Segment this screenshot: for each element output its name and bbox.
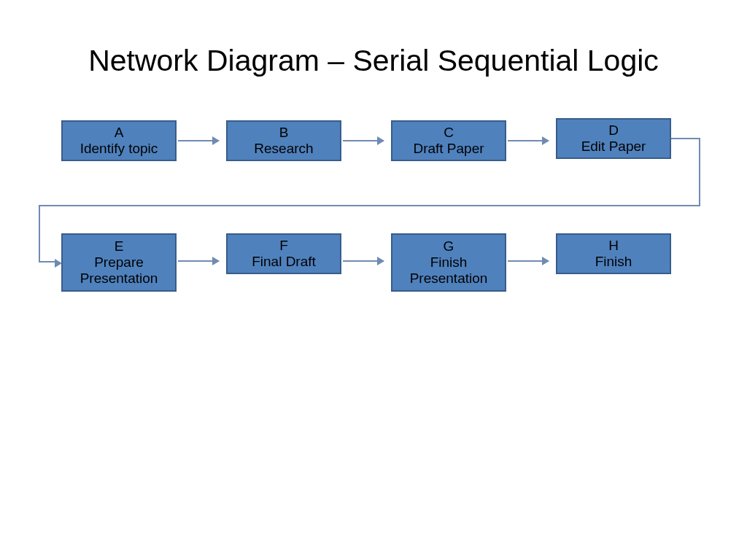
node-a-letter: A — [115, 125, 124, 141]
node-c-letter: C — [444, 125, 454, 141]
connector-d-e-seg4 — [39, 205, 40, 262]
connector-d-e-seg5 — [39, 261, 55, 262]
node-g-label: Finish Presentation — [392, 254, 505, 287]
node-a-label: Identify topic — [80, 141, 158, 157]
node-f-letter: F — [279, 238, 288, 254]
node-d-label: Edit Paper — [581, 139, 646, 155]
node-c: C Draft Paper — [391, 120, 506, 161]
slide-title: Network Diagram – Serial Sequential Logi… — [0, 44, 747, 78]
node-h: H Finish — [556, 233, 671, 274]
arrow-c-d — [508, 140, 549, 141]
node-d: D Edit Paper — [556, 118, 671, 159]
arrow-g-h — [508, 260, 549, 262]
arrow-f-g — [343, 260, 384, 262]
node-b-label: Research — [254, 141, 313, 157]
node-b: B Research — [226, 120, 341, 161]
slide: Network Diagram – Serial Sequential Logi… — [0, 0, 747, 560]
node-e: E Prepare Presentation — [61, 233, 177, 292]
node-b-letter: B — [279, 125, 289, 141]
node-e-letter: E — [115, 238, 124, 254]
connector-d-e-seg3 — [39, 205, 700, 206]
connector-d-e-arrowhead — [55, 259, 62, 268]
connector-d-e-seg2 — [699, 138, 700, 206]
node-c-label: Draft Paper — [413, 141, 484, 157]
node-d-letter: D — [608, 122, 619, 139]
node-f-label: Final Draft — [252, 254, 316, 270]
node-g: G Finish Presentation — [391, 233, 506, 292]
node-h-letter: H — [608, 238, 619, 254]
node-h-label: Finish — [595, 254, 632, 270]
arrow-b-c — [343, 140, 384, 141]
node-e-label: Prepare Presentation — [63, 254, 175, 287]
node-a: A Identify topic — [61, 120, 177, 161]
node-f: F Final Draft — [226, 233, 341, 274]
arrow-a-b — [178, 140, 219, 141]
arrow-e-f — [178, 260, 219, 262]
connector-d-e-seg1 — [671, 138, 700, 139]
node-g-letter: G — [444, 238, 454, 254]
